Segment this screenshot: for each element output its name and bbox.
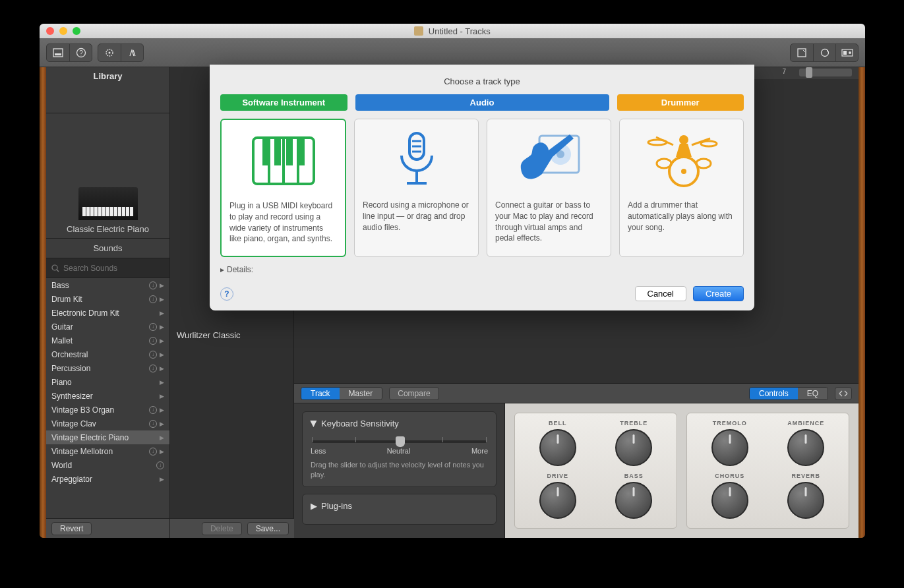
sounds-tab[interactable]: Sounds	[46, 239, 169, 258]
card-audio-guitar[interactable]: Connect a guitar or bass to your Mac to …	[487, 119, 611, 257]
category-label: Drum Kit	[51, 295, 82, 304]
app-window: Untitled - Tracks ? Library Classic Elec…	[40, 24, 865, 538]
download-icon[interactable]: ↓	[149, 365, 157, 372]
download-icon[interactable]: ↓	[149, 420, 157, 428]
category-drum-kit[interactable]: Drum Kit↓▶	[46, 292, 169, 306]
knob-label: TREBLE	[620, 420, 648, 426]
knob-dial[interactable]	[539, 482, 576, 519]
knob-label: BELL	[549, 420, 567, 426]
disclosure-triangle-icon[interactable]: ▶	[309, 421, 319, 427]
svg-rect-0	[53, 49, 63, 57]
notepad-button[interactable]	[791, 44, 813, 61]
help-button[interactable]: ?	[220, 287, 233, 301]
chevron-right-icon: ▶	[160, 393, 164, 399]
svg-point-37	[657, 159, 671, 168]
svg-point-5	[109, 51, 111, 53]
category-bass[interactable]: Bass↓▶	[46, 278, 169, 292]
download-icon[interactable]: ↓	[149, 448, 157, 456]
category-vintage-b3-organ[interactable]: Vintage B3 Organ↓▶	[46, 403, 169, 417]
inspector-bar: Track Master Compare Controls EQ	[294, 384, 859, 403]
category-piano[interactable]: Piano▶	[46, 375, 169, 389]
chevron-right-icon: ▶	[160, 434, 164, 441]
card-software-instrument[interactable]: Plug in a USB MIDI keyboard to play and …	[220, 119, 346, 257]
details-disclosure[interactable]: ▸ Details:	[220, 265, 744, 274]
knob-label: AMBIENCE	[787, 420, 824, 426]
media-browser-button[interactable]	[835, 44, 858, 61]
knob-reverb: REVERB	[770, 473, 843, 521]
tab-master[interactable]: Master	[340, 388, 382, 399]
search-icon	[51, 264, 59, 272]
patch-item[interactable]: Wurlitzer Classic	[170, 326, 293, 344]
tab-software-instrument[interactable]: Software Instrument	[220, 94, 347, 111]
plugins-panel[interactable]: ▶Plug-ins	[302, 494, 497, 525]
download-icon[interactable]: ↓	[149, 281, 157, 289]
category-label: Electronic Drum Kit	[51, 309, 119, 318]
save-button[interactable]: Save...	[247, 522, 289, 535]
delete-button[interactable]: Delete	[202, 522, 242, 535]
category-mallet[interactable]: Mallet↓▶	[46, 334, 169, 347]
category-vintage-electric-piano[interactable]: Vintage Electric Piano▶	[46, 430, 169, 444]
tab-track[interactable]: Track	[301, 388, 340, 399]
category-label: Bass	[51, 281, 69, 290]
compare-button[interactable]: Compare	[389, 387, 438, 400]
slider-thumb[interactable]	[396, 436, 405, 447]
revert-button[interactable]: Revert	[51, 522, 92, 535]
search-input[interactable]	[63, 264, 164, 273]
expand-button[interactable]	[835, 387, 852, 400]
card-audio-mic[interactable]: Record using a microphone or line input …	[354, 119, 479, 257]
download-icon[interactable]: ↓	[149, 351, 157, 359]
category-percussion[interactable]: Percussion↓▶	[46, 361, 169, 375]
download-icon[interactable]: ↓	[156, 461, 164, 469]
knob-drive: DRIVE	[522, 473, 594, 521]
download-icon[interactable]: ↓	[149, 406, 157, 414]
editors-button[interactable]	[121, 44, 143, 61]
tab-audio[interactable]: Audio	[355, 94, 609, 111]
download-icon[interactable]: ↓	[149, 295, 157, 303]
knob-dial[interactable]	[787, 482, 824, 519]
disclosure-triangle-icon[interactable]: ▶	[311, 501, 317, 511]
piano-icon	[78, 187, 138, 220]
knob-ambience: AMBIENCE	[770, 420, 843, 469]
category-orchestral[interactable]: Orchestral↓▶	[46, 347, 169, 361]
tab-controls[interactable]: Controls	[750, 388, 798, 399]
download-icon[interactable]: ↓	[149, 323, 157, 331]
category-electronic-drum-kit[interactable]: Electronic Drum Kit▶	[46, 306, 169, 320]
knob-dial[interactable]	[615, 429, 652, 466]
download-icon[interactable]: ↓	[149, 337, 157, 345]
card-description: Add a drummer that automatically plays a…	[628, 200, 735, 233]
card-drummer[interactable]: Add a drummer that automatically plays a…	[619, 119, 744, 257]
category-label: Piano	[51, 378, 72, 387]
library-footer: Revert	[46, 518, 169, 538]
chevron-right-icon: ▶	[160, 365, 164, 372]
category-guitar[interactable]: Guitar↓▶	[46, 320, 169, 334]
panel-title: Keyboard Sensitivity	[321, 419, 399, 428]
tab-eq[interactable]: EQ	[798, 388, 828, 399]
category-synthesizer[interactable]: Synthesizer▶	[46, 389, 169, 403]
library-button[interactable]	[47, 44, 69, 61]
knob-dial[interactable]	[615, 482, 652, 519]
create-button[interactable]: Create	[693, 286, 744, 301]
knob-label: BASS	[624, 473, 644, 479]
library-sidebar: Library Classic Electric Piano Sounds Ba…	[46, 67, 170, 538]
knob-dial[interactable]	[711, 482, 748, 519]
category-vintage-clav[interactable]: Vintage Clav↓▶	[46, 417, 169, 430]
sensitivity-slider[interactable]	[312, 440, 487, 443]
knob-dial[interactable]	[787, 429, 824, 466]
category-vintage-mellotron[interactable]: Vintage Mellotron↓▶	[46, 444, 169, 458]
toolbar: ?	[40, 38, 865, 67]
keyboard-sensitivity-panel: ▶Keyboard Sensitivity Less Neutral More …	[302, 411, 497, 487]
smart-controls: BELLTREBLEDRIVEBASS TREMOLOAMBIENCECHORU…	[505, 403, 859, 538]
category-world[interactable]: World↓	[46, 458, 169, 472]
category-label: Percussion	[51, 364, 90, 373]
knob-dial[interactable]	[539, 429, 576, 466]
quick-help-button[interactable]: ?	[69, 44, 92, 61]
knob-dial[interactable]	[711, 429, 748, 466]
category-arpeggiator[interactable]: Arpeggiator▶	[46, 472, 169, 486]
tab-drummer[interactable]: Drummer	[617, 94, 744, 111]
window-title: Untitled - Tracks	[40, 26, 865, 36]
loop-browser-button[interactable]	[813, 44, 835, 61]
smart-controls-button[interactable]	[98, 44, 121, 61]
zoom-slider[interactable]	[799, 69, 852, 76]
cancel-button[interactable]: Cancel	[635, 286, 686, 301]
chevron-right-icon: ▶	[160, 379, 164, 386]
